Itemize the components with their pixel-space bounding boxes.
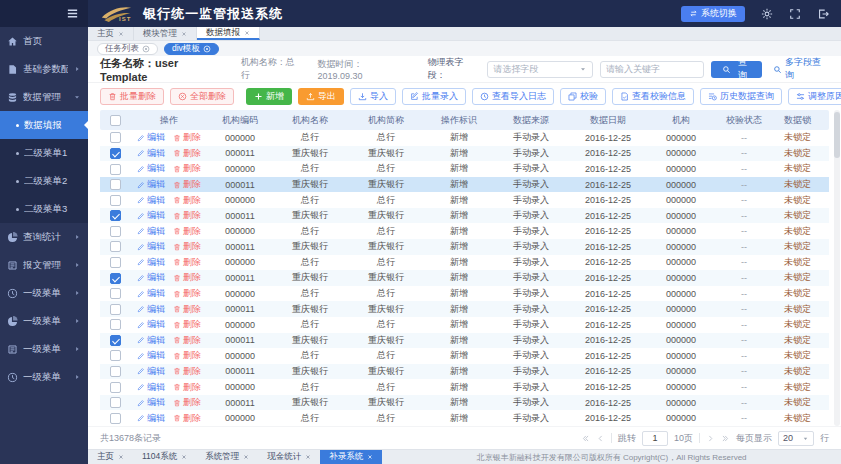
table-row[interactable]: 编辑 删除 000000 总行 总行 新增 手动录入 2016-12-25 00…	[100, 348, 829, 364]
edit-row-button[interactable]: 编辑	[137, 147, 165, 160]
edit-row-button[interactable]: 编辑	[137, 225, 165, 238]
delete-row-button[interactable]: 删除	[173, 225, 201, 238]
adjust-reason-button[interactable]: 调整原因	[788, 88, 841, 105]
sidebar-item-base-params[interactable]: 基础参数配置	[0, 55, 88, 83]
row-checkbox[interactable]	[110, 195, 121, 206]
batch-entry-button[interactable]: 批量录入	[402, 88, 466, 105]
bottom-tab-cash-stats[interactable]: 现金统计	[258, 450, 320, 464]
tab-module-mgmt[interactable]: 模块管理	[134, 27, 197, 40]
delete-row-button[interactable]: 删除	[173, 256, 201, 269]
edit-row-button[interactable]: 编辑	[137, 209, 165, 222]
sidebar-item-level1-menu-4[interactable]: 一级菜单	[0, 363, 88, 391]
row-checkbox[interactable]	[110, 288, 121, 299]
table-row[interactable]: 编辑 删除 000011 重庆银行 重庆银行 新增 手动录入 2016-12-2…	[100, 395, 829, 411]
delete-row-button[interactable]: 删除	[173, 412, 201, 425]
delete-row-button[interactable]: 删除	[173, 178, 201, 191]
delete-row-button[interactable]: 删除	[173, 365, 201, 378]
row-checkbox[interactable]	[110, 397, 121, 408]
row-checkbox[interactable]	[110, 413, 121, 424]
delete-row-button[interactable]: 删除	[173, 131, 201, 144]
sidebar-item-submenu3[interactable]: 二级菜单3	[0, 195, 88, 223]
sidebar-item-query-stats[interactable]: 查询统计	[0, 223, 88, 251]
delete-row-button[interactable]: 删除	[173, 287, 201, 300]
scrollbar-thumb[interactable]	[834, 112, 840, 158]
row-checkbox[interactable]	[110, 335, 121, 346]
edit-row-button[interactable]: 编辑	[137, 271, 165, 284]
delete-row-button[interactable]: 删除	[173, 349, 201, 362]
close-icon[interactable]	[244, 30, 250, 36]
edit-row-button[interactable]: 编辑	[137, 334, 165, 347]
edit-row-button[interactable]: 编辑	[137, 318, 165, 331]
edit-row-button[interactable]: 编辑	[137, 162, 165, 175]
edit-row-button[interactable]: 编辑	[137, 240, 165, 253]
table-row[interactable]: 编辑 删除 000000 总行 总行 新增 手动录入 2016-12-25 00…	[100, 410, 829, 426]
edit-row-button[interactable]: 编辑	[137, 396, 165, 409]
sidebar-item-home[interactable]: 首页	[0, 27, 88, 55]
row-checkbox[interactable]	[110, 179, 121, 190]
sidebar-item-data-mgmt[interactable]: 数据管理	[0, 83, 88, 111]
close-circle-icon[interactable]	[203, 45, 211, 53]
table-row[interactable]: 编辑 删除 000011 重庆银行 重庆银行 新增 手动录入 2016-12-2…	[100, 333, 829, 349]
view-validate-info-button[interactable]: 查看校验信息	[612, 88, 694, 105]
multi-field-search-link[interactable]: 多字段查询	[773, 56, 829, 82]
close-circle-icon[interactable]	[142, 45, 150, 53]
row-checkbox[interactable]	[110, 273, 121, 284]
close-icon[interactable]	[367, 454, 373, 460]
edit-row-button[interactable]: 编辑	[137, 287, 165, 300]
table-row[interactable]: 编辑 删除 000011 重庆银行 重庆银行 新增 手动录入 2016-12-2…	[100, 146, 829, 162]
logout-icon[interactable]	[817, 8, 829, 20]
sidebar-item-level1-menu-3[interactable]: 一级菜单	[0, 335, 88, 363]
delete-row-button[interactable]: 删除	[173, 303, 201, 316]
table-row[interactable]: 编辑 删除 000011 重庆银行 重庆银行 新增 手动录入 2016-12-2…	[100, 364, 829, 380]
sidebar-item-submenu1[interactable]: 二级菜单1	[0, 139, 88, 167]
import-button[interactable]: 导入	[350, 88, 396, 105]
tab-data-entry[interactable]: 数据填报	[197, 27, 260, 40]
sidebar-item-level1-menu-1[interactable]: 一级菜单	[0, 279, 88, 307]
delete-row-button[interactable]: 删除	[173, 334, 201, 347]
delete-row-button[interactable]: 删除	[173, 162, 201, 175]
table-row[interactable]: 编辑 删除 000000 总行 总行 新增 手动录入 2016-12-25 00…	[100, 161, 829, 177]
row-checkbox[interactable]	[110, 319, 121, 330]
row-checkbox[interactable]	[110, 350, 121, 361]
row-checkbox[interactable]	[110, 164, 121, 175]
edit-row-button[interactable]: 编辑	[137, 256, 165, 269]
table-row[interactable]: 编辑 删除 000011 重庆银行 重庆银行 新增 手动录入 2016-12-2…	[100, 177, 829, 193]
table-row[interactable]: 编辑 删除 000000 总行 总行 新增 手动录入 2016-12-25 00…	[100, 192, 829, 208]
edit-row-button[interactable]: 编辑	[137, 365, 165, 378]
close-icon[interactable]	[118, 31, 124, 37]
per-page-select[interactable]: 20	[778, 431, 814, 446]
table-row[interactable]: 编辑 删除 000011 重庆银行 重庆银行 新增 手动录入 2016-12-2…	[100, 208, 829, 224]
system-switch-button[interactable]: 系统切换	[681, 6, 745, 22]
delete-row-button[interactable]: 删除	[173, 381, 201, 394]
sidebar-collapse-icon[interactable]	[66, 7, 79, 20]
validate-button[interactable]: 校验	[560, 88, 606, 105]
table-row[interactable]: 编辑 删除 000000 总行 总行 新增 手动录入 2016-12-25 00…	[100, 130, 829, 146]
table-row[interactable]: 编辑 删除 000000 总行 总行 新增 手动录入 2016-12-25 00…	[100, 223, 829, 239]
sidebar-item-data-entry[interactable]: 数据填报	[0, 111, 88, 139]
row-checkbox[interactable]	[110, 132, 121, 143]
edit-row-button[interactable]: 编辑	[137, 131, 165, 144]
close-icon[interactable]	[118, 454, 124, 460]
export-button[interactable]: 导出	[298, 88, 344, 105]
delete-row-button[interactable]: 删除	[173, 271, 201, 284]
table-row[interactable]: 编辑 删除 000011 重庆银行 重庆银行 新增 手动录入 2016-12-2…	[100, 270, 829, 286]
search-button[interactable]: 查询	[711, 61, 762, 78]
row-checkbox[interactable]	[110, 148, 121, 159]
edit-row-button[interactable]: 编辑	[137, 381, 165, 394]
close-icon[interactable]	[181, 454, 187, 460]
delete-row-button[interactable]: 删除	[173, 209, 201, 222]
close-icon[interactable]	[243, 454, 249, 460]
row-checkbox[interactable]	[110, 257, 121, 268]
row-checkbox[interactable]	[110, 226, 121, 237]
sidebar-item-submenu2[interactable]: 二级菜单2	[0, 167, 88, 195]
chip-div-template[interactable]: div模板	[164, 43, 219, 55]
next-page-icon[interactable]	[706, 434, 715, 443]
bottom-tab-sys-mgmt[interactable]: 系统管理	[196, 450, 258, 464]
first-page-icon[interactable]	[581, 434, 590, 443]
prev-page-icon[interactable]	[596, 434, 605, 443]
close-icon[interactable]	[181, 31, 187, 37]
tab-home[interactable]: 主页	[88, 27, 134, 40]
batch-delete-button[interactable]: 批量删除	[100, 88, 164, 105]
chip-task-list[interactable]: 任务列表	[97, 43, 158, 55]
delete-row-button[interactable]: 删除	[173, 194, 201, 207]
